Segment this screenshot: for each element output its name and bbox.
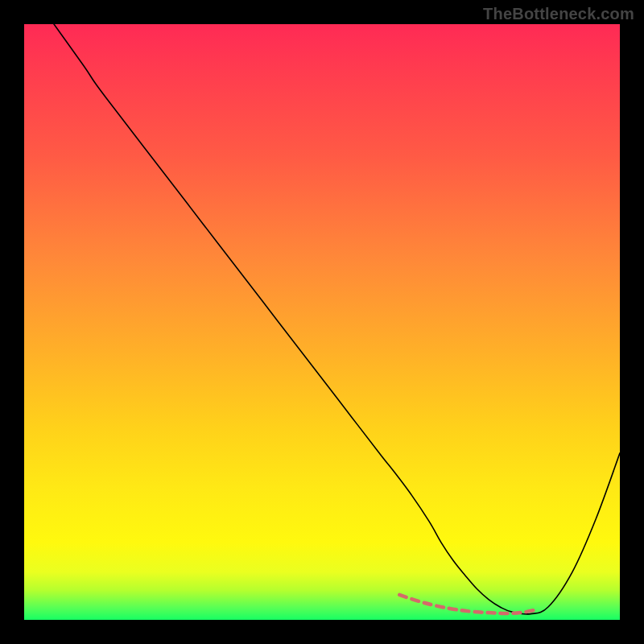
- series-black-curve: [54, 24, 620, 614]
- series-red-dash: [399, 595, 536, 613]
- plot-area: [24, 24, 620, 620]
- chart-stage: TheBottleneck.com: [0, 0, 644, 644]
- watermark-label: TheBottleneck.com: [483, 5, 634, 23]
- chart-svg: [24, 24, 620, 620]
